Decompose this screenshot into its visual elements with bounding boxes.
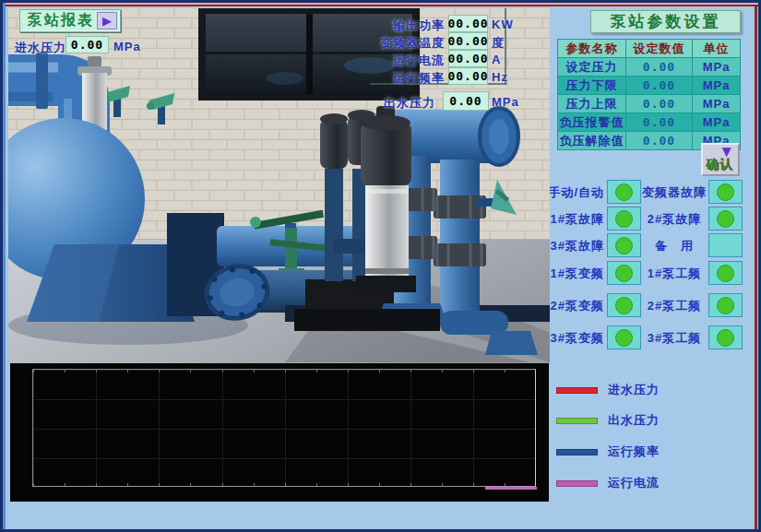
trend-plot-area — [32, 369, 536, 487]
readout-label: 运行频率 — [340, 70, 445, 87]
play-icon: ▶ — [97, 12, 117, 30]
confirm-button-label: 确认 — [706, 157, 733, 173]
settings-table-header: 参数名称 设定数值 单位 — [558, 40, 741, 58]
status-label: 3#泵工频 — [641, 330, 707, 347]
col-header-value: 设定数值 — [626, 40, 693, 58]
param-name: 压力上限 — [558, 95, 626, 113]
param-unit: MPa — [693, 58, 741, 77]
legend-label: 运行频率 — [608, 443, 660, 460]
table-row: 压力上限 0.00 MPa — [558, 95, 741, 113]
param-name: 负压报警值 — [558, 113, 626, 132]
status-label: 备 用 — [641, 238, 707, 254]
lamp-dot — [717, 329, 734, 347]
status-lamp-spare — [708, 233, 743, 257]
param-value-field[interactable]: 0.00 — [626, 77, 693, 95]
status-lamp-pump3-vfd — [607, 325, 641, 349]
lamp-dot — [615, 329, 633, 347]
readout-unit: A — [492, 53, 501, 66]
legend-label: 运行电流 — [608, 475, 660, 491]
trend-trace-current — [485, 487, 537, 490]
legend-swatch-inlet — [556, 387, 598, 394]
outlet-pressure-unit: MPa — [492, 95, 519, 109]
readout-unit: 度 — [492, 35, 505, 52]
status-label: 1#泵工频 — [641, 266, 707, 282]
report-button[interactable]: 泵站报表 ▶ — [19, 9, 121, 32]
table-row: 负压报警值 0.00 MPa — [558, 113, 741, 132]
lamp-dot — [717, 265, 734, 282]
lamp-dot — [717, 297, 734, 314]
top-accent-strip — [3, 3, 758, 6]
readout-label: 运行电流 — [340, 53, 445, 69]
pump-station-hmi: 泵站报表 ▶ 进水压力 0.00 MPa 输出功率 00.00 KW 变频器温度… — [0, 0, 761, 532]
settings-panel-title: 泵站参数设置 — [590, 10, 741, 33]
lamp-dot — [717, 210, 734, 228]
riser-pipe-2 — [440, 160, 480, 314]
param-name: 设定压力 — [558, 58, 626, 77]
param-unit: MPa — [693, 95, 741, 113]
trend-chart — [10, 363, 549, 502]
inlet-pressure-value: 0.00 — [65, 36, 109, 53]
legend-swatch-frequency — [556, 449, 598, 455]
legend-swatch-outlet — [556, 418, 598, 424]
outlet-pressure-value: 0.00 — [443, 91, 489, 111]
param-unit: MPa — [693, 77, 741, 95]
confirm-button[interactable]: ▼ 确认 — [701, 143, 740, 176]
readout-value: 00.00 — [448, 15, 488, 32]
readout-label: 变频器温度 — [340, 35, 445, 52]
status-lamp-pump3-fault — [607, 233, 641, 257]
param-unit: MPa — [693, 113, 741, 132]
inlet-pressure-unit: MPa — [113, 40, 141, 53]
outlet-pressure-label: 出水压力 — [384, 95, 435, 112]
status-lamp-pump3-mains — [708, 325, 743, 349]
param-value-field[interactable]: 0.00 — [626, 113, 693, 132]
legend-label: 进水压力 — [608, 382, 660, 398]
status-label: 2#泵故障 — [641, 211, 707, 228]
lamp-dot — [615, 265, 633, 282]
readout-value: 00.00 — [448, 67, 488, 85]
col-header-name: 参数名称 — [558, 40, 626, 58]
pump-room-image: 泵站报表 ▶ 进水压力 0.00 MPa 输出功率 00.00 KW 变频器温度… — [8, 8, 550, 363]
status-lamp-pump1-vfd — [607, 261, 641, 285]
status-lamp-pump1-fault — [607, 207, 641, 231]
lamp-dot — [615, 237, 633, 254]
table-row: 设定压力 0.00 MPa — [558, 58, 741, 77]
left-accent-edge — [3, 3, 6, 529]
readout-label: 输出功率 — [340, 18, 445, 34]
settings-table: 参数名称 设定数值 单位 设定压力 0.00 MPa 压力下限 0.00 MPa… — [557, 39, 741, 150]
status-label: 2#泵工频 — [641, 298, 707, 314]
param-name: 压力下限 — [558, 77, 626, 95]
status-lamp-pump1-mains — [708, 261, 743, 285]
legend-swatch-current — [556, 480, 598, 487]
legend-label: 出水压力 — [608, 412, 660, 429]
tank-vent — [77, 56, 112, 130]
param-value-field[interactable]: 0.00 — [626, 132, 693, 150]
lamp-dot — [615, 183, 633, 201]
lamp-dot — [615, 210, 633, 228]
status-lamp-manual-auto — [607, 180, 641, 204]
readout-value: 00.00 — [448, 50, 488, 67]
inlet-pressure-label: 进水压力 — [15, 40, 66, 56]
col-header-unit: 单位 — [693, 40, 741, 58]
param-value-field[interactable]: 0.00 — [626, 95, 693, 113]
table-row: 压力下限 0.00 MPa — [558, 77, 741, 95]
report-button-label: 泵站报表 — [28, 11, 94, 30]
readout-value: 00.00 — [448, 32, 488, 50]
status-lamp-pump2-mains — [708, 293, 743, 317]
status-lamp-pump2-vfd — [607, 293, 641, 317]
readout-unit: KW — [492, 18, 514, 31]
status-lamp-pump2-fault — [708, 207, 743, 231]
param-value-field[interactable]: 0.00 — [626, 58, 693, 77]
lamp-dot — [717, 183, 734, 201]
readout-unit: Hz — [492, 70, 508, 84]
status-lamp-vfd-fault — [708, 180, 743, 204]
lamp-dot — [615, 297, 633, 314]
status-label: 变频器故障 — [641, 184, 707, 201]
param-name: 负压解除值 — [558, 132, 626, 150]
right-accent-edge — [755, 6, 757, 529]
